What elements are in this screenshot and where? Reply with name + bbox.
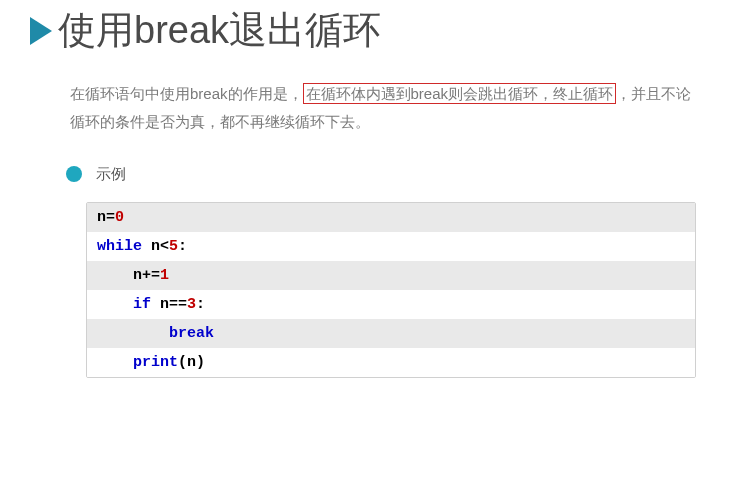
- code-token: break: [169, 325, 214, 342]
- title-row: 使用break退出循环: [30, 10, 701, 52]
- code-token: print: [133, 354, 178, 371]
- code-line: break: [87, 319, 695, 348]
- code-line: n+=1: [87, 261, 695, 290]
- code-token: 3: [187, 296, 196, 313]
- code-token: 1: [160, 267, 169, 284]
- code-token: 0: [115, 209, 124, 226]
- code-block: n=0while n<5: n+=1 if n==3: break print(…: [86, 202, 696, 378]
- code-token: n=: [97, 209, 115, 226]
- code-line: while n<5:: [87, 232, 695, 261]
- code-token: n==: [151, 296, 187, 313]
- para-before: 在循环语句中使用break的作用是，: [70, 85, 303, 102]
- code-token: [97, 296, 133, 313]
- code-token: :: [178, 238, 187, 255]
- example-label: 示例: [96, 165, 126, 184]
- highlight-box: 在循环体内遇到break则会跳出循环，终止循环: [303, 83, 617, 104]
- page-title: 使用break退出循环: [58, 10, 381, 52]
- code-token: n+=: [97, 267, 160, 284]
- code-line: print(n): [87, 348, 695, 377]
- code-token: [97, 354, 133, 371]
- example-header: 示例: [66, 165, 701, 184]
- code-line: if n==3:: [87, 290, 695, 319]
- bullet-icon: [66, 166, 82, 182]
- code-line: n=0: [87, 203, 695, 232]
- code-token: while: [97, 238, 142, 255]
- slide: 使用break退出循环 在循环语句中使用break的作用是，在循环体内遇到bre…: [0, 0, 731, 418]
- triangle-icon: [30, 17, 52, 45]
- code-token: n<: [142, 238, 169, 255]
- code-token: 5: [169, 238, 178, 255]
- code-token: :: [196, 296, 205, 313]
- code-token: (n): [178, 354, 205, 371]
- code-token: [97, 325, 169, 342]
- code-token: if: [133, 296, 151, 313]
- description-paragraph: 在循环语句中使用break的作用是，在循环体内遇到break则会跳出循环，终止循…: [70, 80, 701, 137]
